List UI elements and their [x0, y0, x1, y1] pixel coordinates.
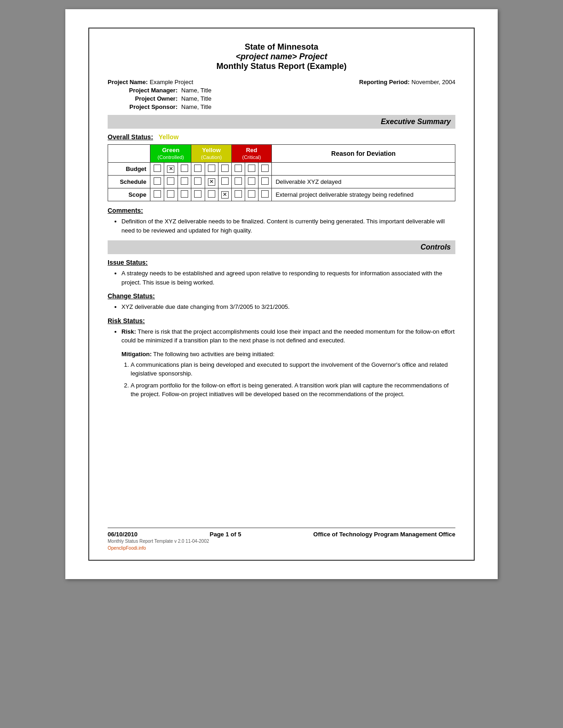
checkbox-cell — [164, 176, 178, 188]
mitigation-list: A communications plan is being developed… — [131, 360, 455, 399]
checkbox-cell — [191, 176, 205, 188]
change-status-title: Change Status: — [108, 292, 455, 300]
issue-status-list: A strategy needs to be established and a… — [121, 269, 455, 287]
row-label: Scope — [108, 188, 150, 201]
risk-item: Risk: There is risk that the project acc… — [121, 327, 455, 345]
risk-label: Risk: — [121, 328, 136, 335]
mitigation-label: Mitigation: — [121, 351, 152, 358]
checkbox-cell — [231, 163, 245, 176]
footer-date: 06/10/2010 — [108, 531, 138, 538]
footer-sub: Monthly Status Report Template v 2.0 11-… — [108, 539, 455, 544]
checkbox-cell — [218, 176, 231, 188]
executive-summary-bar: Executive Summary — [108, 115, 455, 129]
checkbox-cell — [164, 163, 178, 176]
checkbox-cell — [164, 188, 178, 201]
page-border: State of Minnesota <project name> Projec… — [88, 28, 475, 561]
checkbox-cell — [218, 163, 231, 176]
manager-label: Project Manager: — [108, 87, 181, 94]
project-manager-row: Project Manager: Name, Title — [108, 87, 455, 94]
empty-header — [108, 145, 150, 163]
comments-list: Definition of the XYZ deliverable needs … — [121, 217, 455, 235]
risk-bullet-list: Risk: There is risk that the project acc… — [121, 327, 455, 345]
checkbox-cell — [259, 188, 272, 201]
list-item: A program portfolio for the follow-on ef… — [131, 381, 455, 399]
status-table: Green (Controlled) Yellow (Caution) Red … — [108, 144, 455, 201]
list-item: Definition of the XYZ deliverable needs … — [121, 217, 455, 235]
checkbox-cell — [178, 176, 191, 188]
sponsor-value: Name, Title — [181, 103, 212, 110]
reporting-period-value: November, 2004 — [412, 79, 455, 85]
project-owner-row: Project Owner: Name, Title — [108, 95, 455, 102]
reason-cell — [272, 163, 455, 176]
overall-status-label: Overall Status: — [108, 133, 153, 141]
issue-status-section: Issue Status: A strategy needs to be est… — [108, 259, 455, 287]
reason-header: Reason for Deviation — [272, 145, 455, 163]
footer-main: 06/10/2010 Page 1 of 5 Office of Technol… — [108, 531, 455, 538]
checkbox-cell — [150, 188, 164, 201]
checkbox-cell — [245, 163, 258, 176]
list-item: XYZ deliverable due date changing from 3… — [121, 302, 455, 312]
risk-text: There is risk that the project accomplis… — [121, 328, 454, 344]
risk-status-section: Risk Status: Risk: There is risk that th… — [108, 317, 455, 399]
row-label: Schedule — [108, 176, 150, 188]
checkbox-cell — [205, 176, 218, 188]
checkbox-cell — [259, 163, 272, 176]
overall-status: Overall Status: Yellow — [108, 133, 455, 141]
comments-title: Comments: — [108, 207, 455, 214]
project-name-row: Project Name: Example Project Reporting … — [108, 79, 455, 85]
owner-value: Name, Title — [181, 95, 212, 102]
change-status-list: XYZ deliverable due date changing from 3… — [121, 302, 455, 312]
green-header: Green (Controlled) — [150, 145, 191, 163]
checkbox-cell — [150, 163, 164, 176]
risk-status-title: Risk Status: — [108, 317, 455, 324]
overall-status-value: Yellow — [159, 133, 179, 141]
footer-template: Monthly Status Report Template v 2.0 11-… — [108, 539, 209, 544]
project-name-label: Project Name: — [108, 79, 148, 85]
footer-page: Page 1 of 5 — [210, 531, 241, 538]
list-item: A communications plan is being developed… — [131, 360, 455, 378]
page: State of Minnesota <project name> Projec… — [65, 9, 498, 579]
mitigation-intro-text: The following two activities are being i… — [153, 351, 275, 358]
controls-label: Controls — [420, 243, 451, 251]
change-status-section: Change Status: XYZ deliverable due date … — [108, 292, 455, 312]
report-header: State of Minnesota <project name> Projec… — [108, 42, 455, 71]
yellow-header: Yellow (Caution) — [191, 145, 231, 163]
controls-bar: Controls — [108, 240, 455, 254]
page-footer: 06/10/2010 Page 1 of 5 Office of Technol… — [108, 528, 455, 551]
checkbox-cell — [218, 188, 231, 201]
checkbox-cell — [205, 163, 218, 176]
executive-summary-label: Executive Summary — [381, 118, 451, 125]
row-label: Budget — [108, 163, 150, 176]
checkbox-cell — [191, 188, 205, 201]
footer-office: Office of Technology Program Management … — [313, 531, 455, 538]
project-name-value: Example Project — [149, 79, 193, 85]
sponsor-label: Project Sponsor: — [108, 103, 181, 110]
red-header: Red (Critical) — [231, 145, 271, 163]
checkbox-cell — [231, 176, 245, 188]
mitigation-intro: Mitigation: The following two activities… — [121, 351, 455, 358]
project-sponsor-row: Project Sponsor: Name, Title — [108, 103, 455, 110]
project-info: Project Name: Example Project Reporting … — [108, 79, 455, 110]
reporting-period-label: Reporting Period: — [359, 79, 410, 85]
comments-section: Comments: Definition of the XYZ delivera… — [108, 207, 455, 235]
checkbox-cell — [245, 188, 258, 201]
header-line1: State of Minnesota — [108, 42, 455, 52]
checkbox-cell — [205, 188, 218, 201]
list-item: A strategy needs to be established and a… — [121, 269, 455, 287]
checkbox-cell — [245, 176, 258, 188]
reason-cell: External project deliverable strategy be… — [272, 188, 455, 201]
header-line2: <project name> Project — [108, 52, 455, 62]
checkbox-cell — [178, 188, 191, 201]
checkbox-cell — [150, 176, 164, 188]
reason-cell: Deliverable XYZ delayed — [272, 176, 455, 188]
watermark: OpenclipFoodi.info — [108, 546, 455, 551]
manager-value: Name, Title — [181, 87, 212, 94]
header-line3: Monthly Status Report (Example) — [108, 62, 455, 71]
checkbox-cell — [191, 163, 205, 176]
checkbox-cell — [231, 188, 245, 201]
issue-status-title: Issue Status: — [108, 259, 455, 266]
checkbox-cell — [178, 163, 191, 176]
owner-label: Project Owner: — [108, 95, 181, 102]
checkbox-cell — [259, 176, 272, 188]
